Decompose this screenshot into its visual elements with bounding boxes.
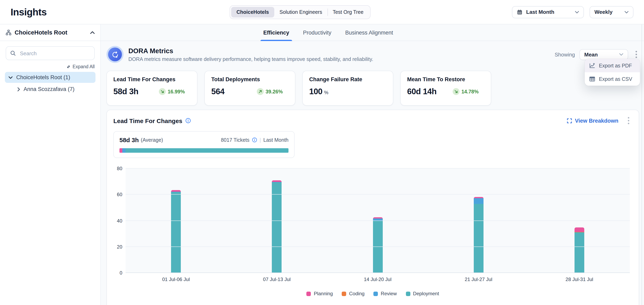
- tab-efficiency[interactable]: Efficiency: [262, 24, 290, 41]
- stacked-bar[interactable]: [474, 197, 483, 273]
- stacked-bar[interactable]: [574, 227, 584, 273]
- card-title: Lead Time For Changes: [113, 76, 190, 82]
- card-value: 58d 3h: [113, 87, 138, 96]
- dora-icon: [106, 46, 124, 63]
- tree-item-root[interactable]: ChoiceHotels Root (1): [5, 72, 96, 83]
- trend-delta: 16.99%: [168, 89, 185, 94]
- legend-item-review[interactable]: Review: [374, 291, 397, 297]
- chevron-down-icon: [8, 76, 12, 79]
- x-tick-label: 28 Jul-31 Jul: [529, 277, 630, 282]
- org-tree: ChoiceHotels Root (1) Anna Scozzafava (7…: [0, 72, 100, 95]
- dora-kebab-menu-button[interactable]: [632, 49, 640, 59]
- top-bar: Insights ChoiceHotels Solution Engineers…: [0, 0, 644, 24]
- app-root: Insights ChoiceHotels Solution Engineers…: [0, 0, 644, 305]
- y-axis: 020406080: [113, 169, 126, 273]
- legend-swatch: [374, 292, 378, 296]
- search-icon: [10, 50, 16, 56]
- tree-item-label: ChoiceHotels Root (1): [16, 74, 70, 80]
- trend-badge: 39.26%: [256, 88, 283, 95]
- bar-segment-planning: [272, 180, 282, 182]
- period-label: Last Month: [263, 137, 288, 143]
- tickets-count: 8017 Tickets: [221, 137, 249, 143]
- view-breakdown-button[interactable]: View Breakdown: [567, 118, 618, 124]
- legend-swatch: [406, 292, 410, 296]
- sidebar-header[interactable]: ChoiceHotels Root: [0, 24, 100, 41]
- legend-label: Coding: [349, 291, 364, 297]
- trend-delta: 39.26%: [266, 89, 283, 94]
- bar-column: [529, 169, 630, 273]
- expand-all-icon: [66, 64, 70, 69]
- card-mean-time-to-restore: Mean Time To Restore 60d 14h 14.78%: [400, 71, 491, 106]
- chart-kebab-menu-button[interactable]: [625, 116, 632, 125]
- granularity-select[interactable]: Weekly: [590, 6, 634, 18]
- card-value: 100 %: [309, 87, 328, 96]
- tab-business-alignment[interactable]: Business Alignment: [344, 24, 394, 41]
- bar-segment-planning: [171, 190, 181, 192]
- bar-column: [226, 169, 327, 273]
- expand-all-button[interactable]: Expand All: [6, 64, 95, 69]
- gridline: [126, 273, 630, 273]
- card-lead-time-for-changes: Lead Time For Changes 58d 3h 16.99%: [106, 71, 198, 106]
- legend-item-deployment[interactable]: Deployment: [406, 291, 439, 297]
- legend-item-planning[interactable]: Planning: [306, 291, 333, 297]
- divider: |: [260, 137, 261, 143]
- bar-segment-deployment: [171, 192, 181, 273]
- chart-section-title: Lead Time For Changes: [113, 117, 182, 124]
- chevron-down-icon: [624, 11, 628, 13]
- distribution-segment-planning: [120, 148, 122, 153]
- export-pdf-menu-item[interactable]: Export as PDF: [585, 59, 640, 72]
- search-input[interactable]: [19, 50, 90, 57]
- info-icon[interactable]: [252, 137, 257, 143]
- bar-segment-planning: [574, 227, 584, 232]
- export-menu: Export as PDF Export as CSV: [585, 59, 640, 86]
- bar-column: [428, 169, 529, 273]
- distribution-segment-review: [122, 148, 126, 153]
- legend-swatch: [342, 292, 346, 296]
- dora-description: DORA metrics measure software delivery p…: [128, 56, 373, 62]
- gridline: [126, 220, 630, 221]
- x-tick-label: 21 Jul-27 Jul: [428, 277, 529, 282]
- legend-item-coding[interactable]: Coding: [342, 291, 364, 297]
- card-unit: %: [324, 90, 328, 95]
- tab-productivity[interactable]: Productivity: [302, 24, 333, 41]
- legend-label: Deployment: [413, 291, 439, 297]
- date-range-value: Last Month: [526, 9, 554, 15]
- legend-label: Review: [381, 291, 397, 297]
- lead-time-chart: 020406080: [113, 169, 632, 273]
- chevron-up-icon[interactable]: [90, 31, 95, 34]
- top-controls: Last Month Weekly: [512, 6, 634, 18]
- export-csv-menu-item[interactable]: Export as CSV: [585, 72, 640, 86]
- stacked-bar[interactable]: [373, 217, 382, 273]
- dora-title: DORA Metrics: [128, 47, 373, 55]
- chevron-down-icon: [619, 53, 623, 56]
- org-tab-choicehotels[interactable]: ChoiceHotels: [231, 7, 274, 17]
- tree-item-label: Anna Scozzafava (7): [24, 86, 74, 92]
- date-range-select[interactable]: Last Month: [512, 6, 584, 18]
- scrollbar-track[interactable]: [642, 24, 642, 305]
- page-title: Insights: [10, 6, 47, 18]
- dora-header: DORA Metrics DORA metrics measure softwa…: [101, 41, 644, 63]
- y-tick-label: 20: [117, 244, 122, 250]
- tree-item-anna[interactable]: Anna Scozzafava (7): [14, 84, 96, 95]
- stacked-bar[interactable]: [171, 190, 181, 273]
- info-icon[interactable]: [185, 118, 191, 123]
- bar-segment-review: [474, 198, 483, 204]
- card-value: 564: [211, 87, 224, 96]
- dora-controls: Showing Mean: [554, 49, 640, 60]
- aggregation-select[interactable]: Mean: [580, 49, 628, 60]
- bar-column: [126, 169, 226, 273]
- plot-area: [126, 169, 630, 273]
- org-tab-test-org-tree[interactable]: Test Org Tree: [328, 7, 369, 17]
- trend-badge: 14.78%: [452, 88, 479, 95]
- chevron-down-icon: [575, 11, 579, 13]
- card-change-failure-rate: Change Failure Rate 100 %: [302, 71, 393, 106]
- y-tick-label: 60: [117, 192, 122, 198]
- chart-export-icon: [589, 62, 595, 69]
- table-export-icon: [589, 76, 595, 82]
- dora-texts: DORA Metrics DORA metrics measure softwa…: [128, 47, 373, 62]
- phase-distribution-bar: [120, 148, 288, 153]
- org-tab-solution-engineers[interactable]: Solution Engineers: [274, 7, 328, 17]
- trend-delta: 14.78%: [461, 89, 479, 94]
- chart-legend: PlanningCodingReviewDeployment: [113, 291, 632, 297]
- trend-down-icon: [452, 88, 459, 95]
